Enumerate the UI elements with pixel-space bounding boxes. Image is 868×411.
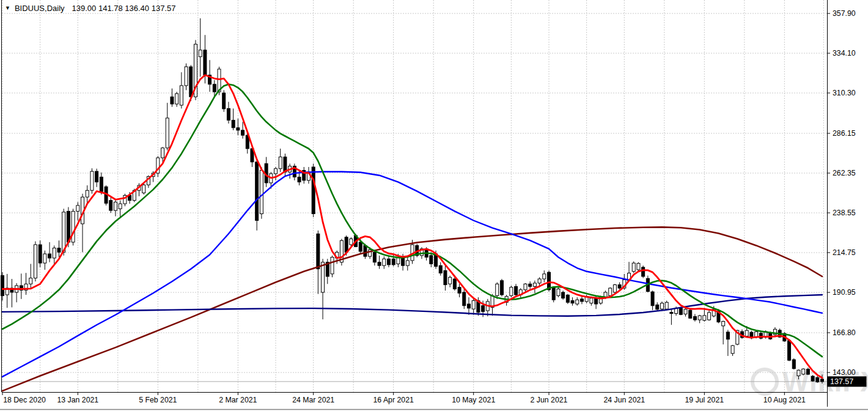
svg-text:10 Aug 2021: 10 Aug 2021	[763, 396, 806, 404]
overlay-ma-navy-flat	[2, 295, 822, 316]
chevron-down-icon[interactable]: ▼	[5, 4, 10, 12]
svg-text:16 Apr 2021: 16 Apr 2021	[373, 396, 414, 404]
price-chart[interactable]: 357.90334.10310.30286.15262.35238.55214.…	[0, 0, 868, 411]
svg-text:19 Jul 2021: 19 Jul 2021	[685, 396, 724, 404]
svg-text:24 Jun 2021: 24 Jun 2021	[603, 396, 645, 404]
svg-text:166.80: 166.80	[833, 328, 856, 337]
svg-text:262.35: 262.35	[833, 169, 856, 177]
svg-text:143.00: 143.00	[833, 368, 856, 377]
svg-text:2 Mar 2021: 2 Mar 2021	[219, 396, 257, 404]
y-axis: 357.90334.10310.30286.15262.35238.55214.…	[827, 9, 856, 377]
candlesticks	[1, 18, 824, 383]
chart-header: ▼ BIDUUS,Daily 139.00 141.78 136.40 137.…	[5, 4, 175, 13]
svg-text:214.75: 214.75	[833, 248, 856, 257]
svg-text:24 Mar 2021: 24 Mar 2021	[292, 396, 334, 404]
svg-text:13 Jan 2021: 13 Jan 2021	[57, 396, 98, 404]
svg-text:310.30: 310.30	[833, 89, 856, 97]
current-price-badge: 137.57	[828, 376, 867, 387]
svg-text:5 Feb 2021: 5 Feb 2021	[139, 396, 177, 404]
chart-frame	[0, 0, 868, 410]
svg-text:357.90: 357.90	[833, 9, 856, 18]
symbol-timeframe-label: BIDUUS,Daily	[15, 4, 65, 13]
svg-text:10 May 2021: 10 May 2021	[452, 396, 495, 404]
svg-text:2 Jun 2021: 2 Jun 2021	[531, 396, 568, 404]
svg-text:334.10: 334.10	[833, 49, 856, 57]
x-axis: 18 Dec 202013 Jan 20215 Feb 20212 Mar 20…	[2, 393, 806, 404]
svg-text:238.55: 238.55	[833, 209, 856, 217]
mt4-chart-window: WikiFX 357.90334.10310.30286.15262.35238…	[0, 0, 868, 411]
ohlc-values: 139.00 141.78 136.40 137.57	[72, 4, 176, 13]
svg-text:18 Dec 2020: 18 Dec 2020	[3, 396, 46, 404]
svg-text:137.57: 137.57	[830, 377, 853, 386]
svg-text:286.15: 286.15	[833, 129, 856, 138]
svg-text:190.95: 190.95	[833, 288, 856, 297]
